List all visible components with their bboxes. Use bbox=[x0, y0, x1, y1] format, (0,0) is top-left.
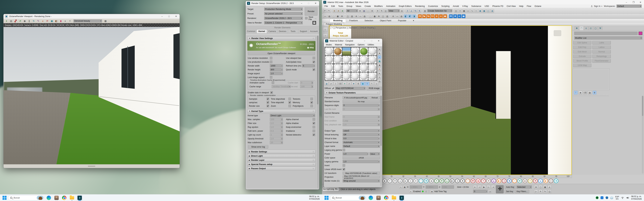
rotate-icon[interactable]: ↻ bbox=[380, 9, 384, 13]
isolate-selection-icon[interactable]: ⌖ bbox=[399, 186, 402, 189]
render-production-icon[interactable]: ◍ bbox=[490, 9, 494, 13]
plugin-icon[interactable]: ▶ bbox=[544, 179, 548, 183]
video-color-check-icon[interactable]: ⫴ bbox=[378, 67, 381, 71]
photos-icon[interactable] bbox=[376, 195, 382, 201]
modifier-button-uvw-map[interactable]: UVW Map bbox=[573, 63, 591, 67]
sample-type-icon[interactable]: ● bbox=[378, 51, 381, 55]
3dsmax-icon[interactable]: 3 bbox=[77, 195, 83, 201]
material-slot-8[interactable] bbox=[334, 56, 342, 64]
refresh-render-icon[interactable]: ↺ bbox=[18, 19, 22, 23]
plugin-icon[interactable]: ▲ bbox=[538, 179, 543, 183]
power-field[interactable]: 1.0▲▼ bbox=[343, 152, 368, 156]
ribbon-tab-populate[interactable]: Populate bbox=[394, 19, 410, 22]
toolbar-icon[interactable]: ◫ bbox=[381, 14, 385, 18]
close-icon[interactable]: ✕ bbox=[172, 14, 180, 18]
plugin-icon[interactable]: ✦ bbox=[528, 179, 532, 183]
snap-3d-icon[interactable]: 3 bbox=[406, 9, 409, 13]
menu-arnold[interactable]: Arnold bbox=[451, 5, 460, 8]
selection-lock-icon[interactable]: ◉ bbox=[403, 186, 406, 189]
remove-modifier-icon[interactable]: ⌫ bbox=[583, 91, 587, 94]
phoenix-restore-icon[interactable]: F↺ bbox=[431, 14, 434, 18]
diffuse-map-dropdown[interactable]: Map #2070299144▾ bbox=[335, 87, 366, 90]
virtual-texturing-dropdown[interactable]: Off▾ bbox=[343, 133, 380, 136]
transport-button[interactable]: ⇤ bbox=[473, 185, 477, 189]
plugin-icon[interactable]: ■ bbox=[554, 179, 558, 183]
standard-texture-button[interactable]: No map bbox=[343, 100, 380, 103]
move-icon[interactable]: ✛ bbox=[376, 9, 380, 13]
material-slot-10[interactable] bbox=[351, 56, 360, 64]
resize-handle[interactable] bbox=[88, 166, 95, 167]
plugin-icon[interactable]: ■ bbox=[460, 179, 465, 183]
create-tab-icon[interactable]: ✚ bbox=[574, 26, 579, 30]
put-to-scene-icon[interactable]: ⇄ bbox=[329, 82, 333, 86]
menu-v-ray[interactable]: V-Ray bbox=[461, 5, 470, 8]
bind-icon[interactable]: ⊕ bbox=[340, 9, 344, 13]
me-menu-options[interactable]: Options bbox=[356, 43, 366, 46]
material-slot-12[interactable] bbox=[368, 56, 377, 64]
preset-dropdown[interactable]: No preset selected▾ bbox=[264, 12, 303, 15]
menu-octane[interactable]: Octane bbox=[533, 5, 543, 8]
material-slot-19[interactable] bbox=[325, 72, 334, 80]
material-slot-4[interactable] bbox=[351, 47, 360, 55]
object-name-field[interactable] bbox=[574, 32, 638, 35]
viewcube[interactable] bbox=[554, 30, 561, 36]
material-slot-20[interactable] bbox=[334, 72, 342, 80]
fp-list-icon[interactable]: ≔ bbox=[458, 14, 461, 18]
color-space-button[interactable]: sRGB bbox=[343, 156, 380, 159]
tray-helmet-icon[interactable] bbox=[610, 196, 613, 199]
utilities-tab-icon[interactable]: ⚒ bbox=[598, 26, 602, 30]
material-slot-14[interactable] bbox=[334, 64, 342, 72]
hierarchy-tab-icon[interactable]: ⫛ bbox=[584, 26, 588, 30]
viewport-nav-icon[interactable]: ⊕ bbox=[534, 185, 538, 189]
curve-editor-icon[interactable]: ∿ bbox=[470, 9, 474, 13]
renderer-dropdown[interactable]: OctaneRender 2026.2 - 26.5▾ bbox=[264, 16, 303, 20]
lock-view-icon[interactable] bbox=[312, 21, 316, 25]
render-width-field[interactable]: 1000▲▼ bbox=[270, 64, 283, 67]
plugin-icon[interactable]: ◆ bbox=[429, 179, 434, 183]
modifier-button-lattice[interactable]: Lattice bbox=[592, 45, 611, 49]
rail-clone-icon[interactable]: RC bbox=[449, 14, 453, 18]
ribbon-tab-modeling[interactable]: Modeling bbox=[330, 19, 346, 22]
plugin-icon[interactable]: ■ bbox=[414, 179, 418, 183]
octane-titlebar[interactable]: ▣ OctaneRender Viewport - Rendering Done… bbox=[4, 14, 180, 19]
ribbon-toggle-icon[interactable]: ▭ bbox=[466, 9, 470, 13]
modifier-button-floorgenerator[interactable]: FloorGenerator bbox=[592, 59, 611, 63]
minimize-icon[interactable]: – bbox=[361, 39, 368, 43]
plugin-icon[interactable]: ▶ bbox=[403, 179, 408, 183]
sign-in-button[interactable]: Sign In▾ bbox=[591, 5, 604, 7]
make-unique-stack-icon[interactable]: ◈ bbox=[578, 91, 582, 94]
explorer-icon[interactable] bbox=[69, 195, 75, 201]
explorer-icon[interactable] bbox=[391, 195, 397, 201]
material-slot-13[interactable] bbox=[325, 64, 334, 72]
samp-sec-checkbox[interactable]: ✔ bbox=[267, 101, 269, 104]
window-crossing-icon[interactable]: ⊞ bbox=[370, 9, 374, 13]
direct-light-rollout[interactable]: ▶Direct Light∷ bbox=[247, 154, 316, 158]
layer-manager-icon[interactable]: ▦ bbox=[462, 9, 466, 13]
plugin-icon[interactable]: ◆ bbox=[476, 179, 480, 183]
material-slot-15[interactable] bbox=[342, 64, 351, 72]
redo-icon[interactable]: ↷ bbox=[327, 9, 331, 13]
viewport-label[interactable]: [ + ] [ Perspective ] [ Standard ] [ Def… bbox=[330, 27, 375, 29]
windows-security-icon[interactable] bbox=[606, 196, 608, 199]
modifier-button-bevel-profile[interactable]: Bevel Profile bbox=[573, 59, 591, 63]
plugin-icon[interactable]: ∥ bbox=[408, 179, 413, 183]
screen-capture-icon[interactable]: ▣ bbox=[50, 19, 54, 23]
plugin-icon[interactable]: ◔ bbox=[466, 179, 470, 183]
menu-group[interactable]: Group bbox=[345, 5, 354, 8]
render-layer-rollout[interactable]: ▶Render Layer∷ bbox=[247, 158, 316, 162]
image-aspect-field[interactable]: 1.0▲▼ bbox=[270, 72, 283, 75]
toolbar-icon[interactable]: ▥ bbox=[386, 14, 389, 18]
viewport-nav-icon[interactable]: ∠ bbox=[548, 185, 552, 189]
viewport-layout-icon[interactable]: ◧ bbox=[404, 14, 408, 18]
z-coordinate-field[interactable]: 0.0m bbox=[442, 186, 454, 189]
modifier-button-normal[interactable]: Normal bbox=[592, 50, 611, 54]
3dsmax-icon[interactable]: 3 bbox=[399, 195, 405, 201]
plugin-icon[interactable]: ❋ bbox=[533, 179, 538, 183]
material-editor-scrollbar[interactable] bbox=[380, 96, 382, 186]
modifier-button-edit-poly[interactable]: Edit Poly bbox=[573, 45, 591, 49]
chrome-icon[interactable] bbox=[383, 195, 389, 201]
chrome-icon[interactable] bbox=[61, 195, 67, 201]
plugin-icon[interactable]: ▶ bbox=[450, 179, 454, 183]
plugin-icon[interactable]: ◆ bbox=[382, 179, 387, 183]
menu-tools[interactable]: Tools bbox=[337, 5, 345, 8]
